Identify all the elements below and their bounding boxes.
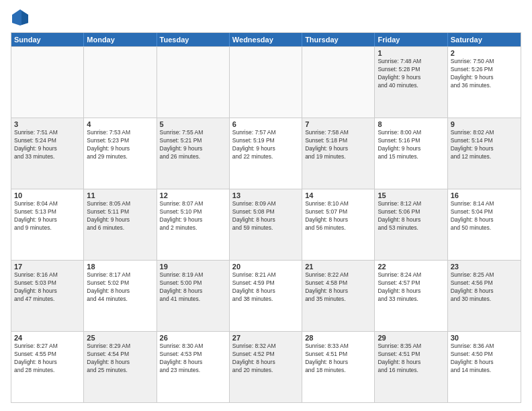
day-cell-1: 1Sunrise: 7:48 AM Sunset: 5:28 PM Daylig… [375, 47, 447, 118]
day-number: 23 [451, 263, 518, 271]
header-cell-sunday: Sunday [11, 33, 84, 46]
calendar-row-0: 1Sunrise: 7:48 AM Sunset: 5:28 PM Daylig… [11, 46, 521, 118]
day-info: Sunrise: 8:16 AM Sunset: 5:03 PM Dayligh… [14, 271, 81, 304]
day-info: Sunrise: 8:05 AM Sunset: 5:11 PM Dayligh… [87, 200, 153, 232]
day-info: Sunrise: 8:30 AM Sunset: 4:53 PM Dayligh… [160, 342, 226, 375]
day-number: 19 [160, 263, 226, 271]
day-cell-10: 10Sunrise: 8:04 AM Sunset: 5:13 PM Dayli… [11, 189, 84, 260]
day-number: 13 [232, 191, 299, 199]
empty-cell-0-0 [11, 47, 84, 118]
header [11, 8, 521, 27]
day-cell-15: 15Sunrise: 8:12 AM Sunset: 5:06 PM Dayli… [375, 189, 447, 260]
day-info: Sunrise: 8:10 AM Sunset: 5:07 PM Dayligh… [305, 200, 371, 232]
day-info: Sunrise: 8:25 AM Sunset: 4:56 PM Dayligh… [451, 271, 518, 304]
day-number: 21 [305, 263, 371, 271]
day-number: 10 [14, 191, 81, 199]
calendar-row-2: 10Sunrise: 8:04 AM Sunset: 5:13 PM Dayli… [11, 189, 521, 260]
day-number: 29 [378, 334, 444, 342]
day-number: 6 [232, 120, 299, 128]
day-info: Sunrise: 8:17 AM Sunset: 5:02 PM Dayligh… [87, 271, 153, 304]
day-info: Sunrise: 8:12 AM Sunset: 5:06 PM Dayligh… [378, 200, 444, 232]
day-number: 26 [160, 334, 226, 342]
day-number: 12 [160, 191, 226, 199]
day-info: Sunrise: 8:00 AM Sunset: 5:16 PM Dayligh… [378, 129, 444, 161]
day-info: Sunrise: 8:14 AM Sunset: 5:04 PM Dayligh… [451, 200, 518, 232]
day-cell-11: 11Sunrise: 8:05 AM Sunset: 5:11 PM Dayli… [84, 189, 157, 260]
day-cell-3: 3Sunrise: 7:51 AM Sunset: 5:24 PM Daylig… [11, 118, 84, 189]
day-cell-6: 6Sunrise: 7:57 AM Sunset: 5:19 PM Daylig… [230, 118, 302, 189]
day-cell-7: 7Sunrise: 7:58 AM Sunset: 5:18 PM Daylig… [302, 118, 375, 189]
day-cell-18: 18Sunrise: 8:17 AM Sunset: 5:02 PM Dayli… [84, 261, 157, 331]
day-number: 9 [451, 120, 518, 128]
day-info: Sunrise: 7:50 AM Sunset: 5:26 PM Dayligh… [451, 58, 518, 90]
day-info: Sunrise: 8:32 AM Sunset: 4:52 PM Dayligh… [232, 342, 299, 375]
day-number: 11 [87, 191, 153, 199]
day-cell-14: 14Sunrise: 8:10 AM Sunset: 5:07 PM Dayli… [302, 189, 375, 260]
day-number: 4 [87, 120, 153, 128]
day-cell-26: 26Sunrise: 8:30 AM Sunset: 4:53 PM Dayli… [157, 332, 230, 402]
empty-cell-0-1 [84, 47, 157, 118]
day-info: Sunrise: 8:33 AM Sunset: 4:51 PM Dayligh… [305, 342, 371, 375]
day-info: Sunrise: 8:36 AM Sunset: 4:50 PM Dayligh… [451, 342, 518, 375]
empty-cell-0-2 [157, 47, 230, 118]
day-cell-27: 27Sunrise: 8:32 AM Sunset: 4:52 PM Dayli… [230, 332, 302, 402]
page: SundayMondayTuesdayWednesdayThursdayFrid… [0, 0, 532, 411]
empty-cell-0-3 [230, 47, 302, 118]
day-number: 3 [14, 120, 81, 128]
day-cell-21: 21Sunrise: 8:22 AM Sunset: 4:58 PM Dayli… [302, 261, 375, 331]
day-info: Sunrise: 7:58 AM Sunset: 5:18 PM Dayligh… [305, 129, 371, 161]
day-number: 22 [378, 263, 444, 271]
day-cell-20: 20Sunrise: 8:21 AM Sunset: 4:59 PM Dayli… [230, 261, 302, 331]
empty-cell-0-4 [302, 47, 375, 118]
day-number: 15 [378, 191, 444, 199]
day-info: Sunrise: 8:07 AM Sunset: 5:10 PM Dayligh… [160, 200, 226, 232]
day-info: Sunrise: 8:24 AM Sunset: 4:57 PM Dayligh… [378, 271, 444, 304]
day-number: 30 [451, 334, 518, 342]
calendar-row-3: 17Sunrise: 8:16 AM Sunset: 5:03 PM Dayli… [11, 260, 521, 331]
day-info: Sunrise: 8:35 AM Sunset: 4:51 PM Dayligh… [378, 342, 444, 375]
day-number: 1 [378, 49, 444, 57]
day-cell-4: 4Sunrise: 7:53 AM Sunset: 5:23 PM Daylig… [84, 118, 157, 189]
day-info: Sunrise: 8:22 AM Sunset: 4:58 PM Dayligh… [305, 271, 371, 304]
day-cell-29: 29Sunrise: 8:35 AM Sunset: 4:51 PM Dayli… [375, 332, 447, 402]
day-info: Sunrise: 8:19 AM Sunset: 5:00 PM Dayligh… [160, 271, 226, 304]
day-number: 20 [232, 263, 299, 271]
day-cell-22: 22Sunrise: 8:24 AM Sunset: 4:57 PM Dayli… [375, 261, 447, 331]
day-number: 5 [160, 120, 226, 128]
day-cell-25: 25Sunrise: 8:29 AM Sunset: 4:54 PM Dayli… [84, 332, 157, 402]
day-cell-5: 5Sunrise: 7:55 AM Sunset: 5:21 PM Daylig… [157, 118, 230, 189]
day-cell-9: 9Sunrise: 8:02 AM Sunset: 5:14 PM Daylig… [448, 118, 521, 189]
calendar-row-4: 24Sunrise: 8:27 AM Sunset: 4:55 PM Dayli… [11, 331, 521, 402]
day-info: Sunrise: 7:51 AM Sunset: 5:24 PM Dayligh… [14, 129, 81, 161]
logo-icon [11, 8, 30, 27]
header-cell-saturday: Saturday [448, 33, 521, 46]
day-number: 7 [305, 120, 371, 128]
calendar-body: 1Sunrise: 7:48 AM Sunset: 5:28 PM Daylig… [11, 46, 521, 402]
day-cell-19: 19Sunrise: 8:19 AM Sunset: 5:00 PM Dayli… [157, 261, 230, 331]
day-number: 14 [305, 191, 371, 199]
day-number: 18 [87, 263, 153, 271]
day-info: Sunrise: 7:48 AM Sunset: 5:28 PM Dayligh… [378, 58, 444, 90]
day-cell-12: 12Sunrise: 8:07 AM Sunset: 5:10 PM Dayli… [157, 189, 230, 260]
calendar: SundayMondayTuesdayWednesdayThursdayFrid… [11, 32, 521, 403]
day-number: 28 [305, 334, 371, 342]
calendar-row-1: 3Sunrise: 7:51 AM Sunset: 5:24 PM Daylig… [11, 118, 521, 189]
day-number: 2 [451, 49, 518, 57]
day-number: 27 [232, 334, 299, 342]
day-number: 17 [14, 263, 81, 271]
day-cell-30: 30Sunrise: 8:36 AM Sunset: 4:50 PM Dayli… [448, 332, 521, 402]
day-info: Sunrise: 8:29 AM Sunset: 4:54 PM Dayligh… [87, 342, 153, 375]
header-cell-thursday: Thursday [302, 33, 375, 46]
day-info: Sunrise: 8:04 AM Sunset: 5:13 PM Dayligh… [14, 200, 81, 232]
day-info: Sunrise: 7:57 AM Sunset: 5:19 PM Dayligh… [232, 129, 299, 161]
day-info: Sunrise: 8:02 AM Sunset: 5:14 PM Dayligh… [451, 129, 518, 161]
day-cell-8: 8Sunrise: 8:00 AM Sunset: 5:16 PM Daylig… [375, 118, 447, 189]
day-cell-16: 16Sunrise: 8:14 AM Sunset: 5:04 PM Dayli… [448, 189, 521, 260]
day-info: Sunrise: 7:55 AM Sunset: 5:21 PM Dayligh… [160, 129, 226, 161]
day-number: 16 [451, 191, 518, 199]
day-cell-2: 2Sunrise: 7:50 AM Sunset: 5:26 PM Daylig… [448, 47, 521, 118]
day-info: Sunrise: 7:53 AM Sunset: 5:23 PM Dayligh… [87, 129, 153, 161]
day-info: Sunrise: 8:09 AM Sunset: 5:08 PM Dayligh… [232, 200, 299, 232]
day-cell-23: 23Sunrise: 8:25 AM Sunset: 4:56 PM Dayli… [448, 261, 521, 331]
day-number: 8 [378, 120, 444, 128]
